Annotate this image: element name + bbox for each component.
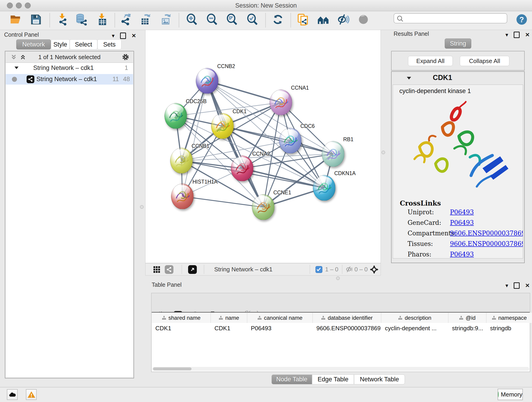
column-header-namespace[interactable]: namespace <box>486 313 532 323</box>
tab-style[interactable]: Style <box>51 39 70 50</box>
network-row-selected[interactable]: String Network – cdk1 11 48 <box>6 74 133 85</box>
table-hscrollbar[interactable] <box>152 367 529 371</box>
table-cell[interactable]: 9606.ENSP00000378699 <box>317 325 380 332</box>
tab-network-table[interactable]: Network Table <box>354 375 405 384</box>
tab-edge-table[interactable]: Edge Table <box>312 375 354 384</box>
table-cell[interactable]: CDK1 <box>215 325 246 332</box>
tab-select[interactable]: Select <box>70 39 97 50</box>
node-gloss <box>255 196 271 206</box>
zoom-fit-icon[interactable] <box>226 13 238 26</box>
column-header-database-identifier[interactable]: database identifier <box>313 313 381 323</box>
node-label-HIST1H1A: HIST1H1A <box>192 179 218 185</box>
float-panel-icon[interactable] <box>514 282 520 289</box>
zoom-selected-icon[interactable] <box>247 13 259 26</box>
help-icon[interactable]: ? <box>516 13 528 26</box>
tab-network[interactable]: Network <box>16 39 51 50</box>
refresh-icon[interactable] <box>272 13 284 26</box>
network-share-tile-icon[interactable] <box>165 265 173 274</box>
collapse-panel-icon[interactable]: ▾ <box>112 33 114 38</box>
tab-sets[interactable]: Sets <box>97 39 121 50</box>
tab-string[interactable]: String <box>445 38 471 49</box>
close-panel-icon[interactable]: ✕ <box>525 283 530 288</box>
export-image-icon[interactable] <box>160 13 172 26</box>
network-collection-row[interactable]: String Network – cdk1 1 <box>6 63 133 73</box>
table-cell[interactable]: CDK1 <box>155 325 210 332</box>
crosslink-link[interactable]: 9606.ENSP00000378699 <box>450 230 523 237</box>
import-network-file-icon[interactable] <box>56 13 68 26</box>
table-panel-title: Table Panel <box>152 281 182 288</box>
column-header-name[interactable]: name <box>211 313 247 323</box>
crosslink-link[interactable]: P06493 <box>450 219 474 226</box>
node-CCNB1[interactable] <box>170 148 193 173</box>
grid-view-icon[interactable] <box>153 266 161 274</box>
node-CCNA1[interactable] <box>270 89 292 115</box>
show-graphics-details-icon[interactable] <box>357 13 369 26</box>
import-table-file-icon[interactable] <box>96 13 108 26</box>
tab-node-table[interactable]: Node Table <box>272 375 312 384</box>
birds-eye-view-icon[interactable] <box>188 265 197 274</box>
fit-crosshair-icon[interactable] <box>370 265 379 275</box>
node-CCNE1[interactable] <box>252 194 274 220</box>
string-homes-icon[interactable] <box>317 13 329 26</box>
float-panel-icon[interactable] <box>514 32 520 38</box>
node-CDK1[interactable] <box>211 113 234 139</box>
expand-all-button[interactable]: Expand All <box>408 56 453 66</box>
collapse-panel-icon[interactable]: ▾ <box>505 283 508 288</box>
float-panel-icon[interactable] <box>120 32 126 39</box>
table-cell[interactable]: P06493 <box>251 325 312 332</box>
edge-CCNB2-CCNE1[interactable] <box>207 81 263 207</box>
node-CCNB2[interactable] <box>196 68 218 94</box>
crosslink-link[interactable]: 9606.ENSP00000378699 <box>450 240 523 247</box>
node-label-CCNB2: CCNB2 <box>217 63 235 70</box>
control-panel-title: Control Panel <box>4 32 39 38</box>
edge-HIST1H1A-CCNE1[interactable] <box>182 196 263 207</box>
column-header-description[interactable]: description <box>381 313 448 323</box>
protein-name: CDK1 <box>433 74 452 82</box>
column-header-canonical-name[interactable]: canonical name <box>247 313 313 323</box>
gear-icon[interactable] <box>122 53 129 62</box>
close-panel-icon[interactable]: ✕ <box>525 32 530 38</box>
column-header--id[interactable]: @id <box>448 313 486 323</box>
tree-expander-icon[interactable] <box>13 65 19 72</box>
right-splitter-handle[interactable] <box>381 151 385 154</box>
window-titlebar: Session: New Session <box>0 0 532 11</box>
status-bar: Memory <box>0 387 532 402</box>
import-network-database-icon[interactable] <box>75 13 87 26</box>
collapse-panel-icon[interactable]: ▾ <box>505 32 508 38</box>
zoom-out-icon[interactable] <box>206 13 218 26</box>
node-HIST1H1A[interactable] <box>171 184 194 209</box>
zoom-in-icon[interactable] <box>186 13 198 26</box>
open-session-icon[interactable] <box>10 13 22 26</box>
toolbar-separator <box>50 13 50 27</box>
export-table-icon[interactable] <box>139 13 152 26</box>
export-network-icon[interactable] <box>120 13 132 26</box>
table-cell[interactable]: cyclin-dependent ... <box>385 325 447 332</box>
network-from-document-icon[interactable] <box>297 13 309 26</box>
left-splitter-handle[interactable] <box>140 205 144 209</box>
node-CDKN1A[interactable] <box>313 175 336 201</box>
node-CCNA2[interactable] <box>231 156 253 181</box>
table-cell[interactable]: stringdb:9... <box>452 325 486 332</box>
node-CDC6[interactable] <box>279 128 302 153</box>
close-panel-icon[interactable]: ✕ <box>132 33 136 38</box>
entry-expander-icon[interactable] <box>406 75 412 82</box>
node-CDC25B[interactable] <box>165 103 187 129</box>
results-panel-title: Results Panel <box>394 31 429 37</box>
hide-graphics-details-icon[interactable] <box>337 13 349 26</box>
cloud-button[interactable] <box>7 389 18 400</box>
toolbar-separator <box>291 13 291 27</box>
table-cell[interactable]: stringdb <box>490 325 531 332</box>
memory-button[interactable]: Memory <box>498 389 523 400</box>
warnings-button[interactable] <box>26 389 37 400</box>
hidden-eye-icon[interactable] <box>345 266 353 274</box>
crosslink-link[interactable]: P06493 <box>450 251 474 258</box>
node-RB1[interactable] <box>322 141 344 167</box>
crosslink-link[interactable]: P06493 <box>450 209 474 216</box>
network-canvas[interactable]: CCNB2CCNA1CDC25BCDK1CDC6RB1CCNB1CCNA2CDK… <box>145 30 381 263</box>
selected-nodes-checkbox[interactable] <box>316 266 322 273</box>
save-session-icon[interactable] <box>30 13 42 26</box>
collapse-all-button[interactable]: Collapse All <box>460 56 509 66</box>
node-gloss <box>174 185 190 195</box>
search-input[interactable] <box>406 14 505 23</box>
column-header-shared-name[interactable]: shared name <box>152 313 211 323</box>
